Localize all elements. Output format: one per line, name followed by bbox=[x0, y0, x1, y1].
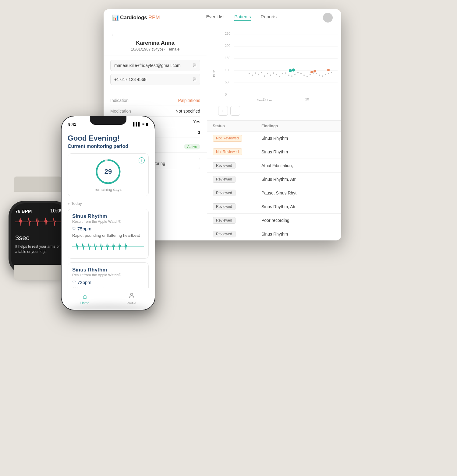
table-row[interactable]: Reviewed Sinus Rhythm, Atr bbox=[207, 173, 341, 186]
findings-text: Sinus Rhythm, Atr bbox=[261, 177, 336, 182]
status-badge: Reviewed bbox=[213, 190, 236, 196]
logo-text: Cardiologs bbox=[120, 15, 147, 21]
monitoring-status-badge: Active bbox=[184, 144, 200, 149]
battery-icon: ▮ bbox=[146, 122, 148, 126]
svg-point-39 bbox=[331, 72, 332, 73]
svg-point-25 bbox=[288, 75, 289, 76]
col-status-header: Status bbox=[213, 124, 261, 128]
info-icon[interactable]: i bbox=[139, 157, 145, 163]
days-number: 29 bbox=[105, 168, 112, 175]
svg-point-37 bbox=[325, 74, 326, 75]
watch-bpm: 76 BPM bbox=[15, 208, 32, 214]
svg-point-29 bbox=[300, 73, 302, 74]
svg-point-44 bbox=[327, 69, 330, 71]
phone-time: 9:41 bbox=[68, 122, 76, 127]
tab-reports[interactable]: Reports bbox=[261, 14, 277, 21]
table-row[interactable]: Not Reviewed Sinus Rhythm bbox=[207, 145, 341, 159]
user-avatar[interactable] bbox=[323, 13, 333, 23]
phone-row: +1 617 123 4568 ⎘ bbox=[110, 74, 200, 85]
patient-dob: 10/01/1987 (34yo) · Female bbox=[110, 47, 200, 51]
status-badge: Reviewed bbox=[213, 217, 236, 224]
chart-prev-button[interactable]: ← bbox=[218, 106, 228, 116]
logo-rpm: RPM bbox=[148, 15, 160, 21]
wifi-icon: ≈ bbox=[142, 122, 144, 126]
svg-point-40 bbox=[289, 69, 292, 72]
event-source-1: Result from the Apple Watch® bbox=[72, 219, 144, 224]
status-badge: Reviewed bbox=[213, 162, 236, 169]
phone-container: 9:41 ▌▌▌ ≈ ▮ Good Evening! Current monit… bbox=[61, 116, 158, 310]
svg-point-50 bbox=[130, 293, 133, 295]
svg-point-43 bbox=[314, 70, 316, 72]
event-symptom-1: Rapid, pounding or fluttering heartbeat bbox=[72, 233, 144, 238]
chart-svg-area: 250 200 150 100 50 0 bbox=[225, 31, 336, 104]
chart-navigation: ← → bbox=[213, 104, 336, 117]
svg-point-32 bbox=[310, 74, 311, 75]
findings-text: Sinus Rhythm bbox=[261, 136, 336, 141]
today-dot bbox=[68, 203, 69, 205]
event-card-2[interactable]: Sinus Rhythm Result from the Apple Watch… bbox=[68, 262, 149, 288]
svg-point-38 bbox=[328, 73, 329, 74]
svg-point-34 bbox=[316, 73, 317, 74]
indication-row: Indication Palpitations bbox=[110, 95, 200, 106]
chart-area: BPM 250 200 150 100 50 0 bbox=[207, 26, 341, 121]
svg-text:50: 50 bbox=[225, 80, 228, 84]
profile-icon bbox=[128, 292, 135, 301]
table-row[interactable]: Reviewed Sinus Rhythm bbox=[207, 227, 341, 240]
table-header: Status Findings bbox=[207, 121, 341, 131]
findings-text: Poor recording bbox=[261, 218, 336, 223]
findings-text: Sinus Rhythm, Atr bbox=[261, 204, 336, 209]
monitoring-period-title: Current monitoring period bbox=[68, 144, 149, 149]
tab-patients[interactable]: Patients bbox=[234, 14, 251, 21]
back-button[interactable]: ← bbox=[110, 32, 200, 38]
status-badge: Not Reviewed bbox=[213, 135, 242, 142]
table-row[interactable]: Reviewed Atrial Fibrillation, bbox=[207, 159, 341, 173]
tab-home-label: Home bbox=[80, 301, 89, 305]
table-row[interactable]: Reviewed Pause, Sinus Rhyt bbox=[207, 186, 341, 200]
tab-profile-label: Profile bbox=[127, 301, 136, 305]
chart-next-button[interactable]: → bbox=[230, 106, 240, 116]
signal-icon: ▌▌▌ bbox=[133, 122, 141, 126]
svg-point-42 bbox=[310, 71, 313, 73]
tab-event-list[interactable]: Event list bbox=[206, 14, 225, 21]
tablet-nav: 📊 Cardiologs RPM Event list Patients Rep… bbox=[104, 9, 341, 26]
findings-text: Sinus Rhythm bbox=[261, 149, 336, 154]
findings-text: Pause, Sinus Rhyt bbox=[261, 191, 336, 195]
svg-text:200: 200 bbox=[225, 44, 230, 47]
svg-point-22 bbox=[279, 76, 280, 77]
svg-point-13 bbox=[252, 75, 253, 76]
email-value: marieauxille+fridaytest@gmail.com bbox=[114, 63, 181, 68]
table-row[interactable]: Reviewed Sinus Rhythm, Atr bbox=[207, 200, 341, 214]
home-icon: ⌂ bbox=[83, 292, 87, 300]
phone-screen: 9:41 ▌▌▌ ≈ ▮ Good Evening! Current monit… bbox=[62, 116, 155, 310]
table-row[interactable]: Reviewed Poor recording bbox=[207, 214, 341, 227]
phone-shadow bbox=[64, 304, 152, 317]
svg-point-17 bbox=[264, 75, 265, 77]
ecg-wave-1 bbox=[72, 241, 144, 253]
event-bpm-1: ♡ 75bpm bbox=[72, 226, 144, 231]
watch-countdown: 3sec bbox=[15, 230, 63, 243]
phone-body: 9:41 ▌▌▌ ≈ ▮ Good Evening! Current monit… bbox=[61, 116, 155, 310]
watch-instruction: It helps to rest your arms on a table or… bbox=[15, 244, 63, 254]
phone-status-icons: ▌▌▌ ≈ ▮ bbox=[133, 122, 148, 126]
nav-tabs: Event list Patients Reports bbox=[206, 14, 277, 21]
anticoagulated-value: Yes bbox=[193, 119, 200, 124]
col-findings-header: Findings bbox=[261, 124, 336, 128]
svg-text:150: 150 bbox=[225, 56, 230, 60]
svg-point-23 bbox=[282, 73, 283, 74]
svg-point-26 bbox=[291, 75, 292, 77]
table-row[interactable]: Not Reviewed Sinus Rhythm bbox=[207, 131, 341, 145]
indication-label: Indication bbox=[110, 98, 129, 103]
copy-phone-button[interactable]: ⎘ bbox=[193, 77, 196, 82]
heart-icon-1: ♡ bbox=[72, 226, 76, 231]
svg-text:20: 20 bbox=[305, 97, 309, 101]
watch-ecg-waveform bbox=[15, 215, 63, 228]
patient-header: ← Karenina Anna 10/01/1987 (34yo) · Fema… bbox=[104, 26, 207, 55]
event-card-1[interactable]: Sinus Rhythm Result from the Apple Watch… bbox=[68, 209, 149, 259]
findings-text: Sinus Rhythm bbox=[261, 232, 336, 236]
svg-point-15 bbox=[258, 74, 259, 75]
svg-point-24 bbox=[285, 72, 286, 74]
status-badge: Not Reviewed bbox=[213, 149, 242, 155]
ecg-chart: 250 200 150 100 50 0 bbox=[225, 31, 341, 101]
svg-text:0: 0 bbox=[225, 93, 227, 96]
copy-email-button[interactable]: ⎘ bbox=[193, 63, 196, 68]
